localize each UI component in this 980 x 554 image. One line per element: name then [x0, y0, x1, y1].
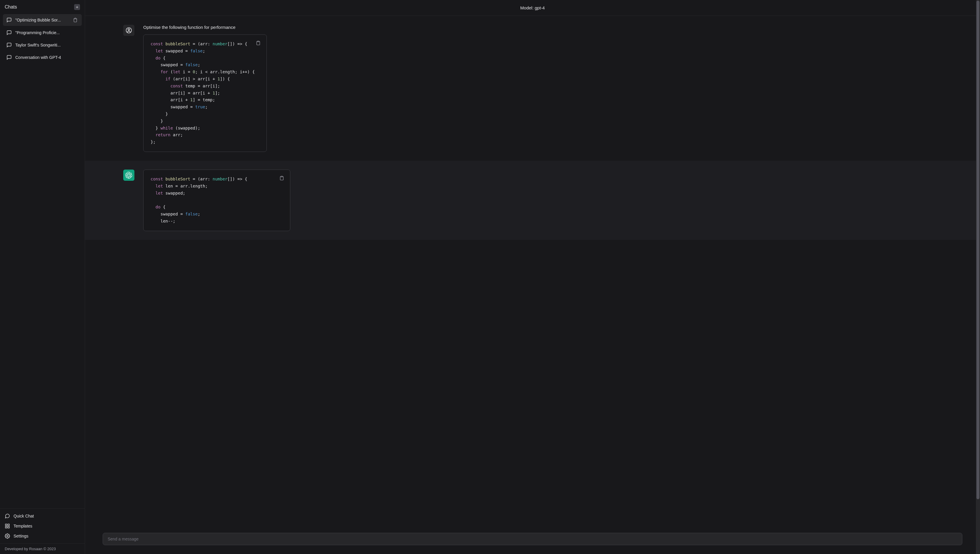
user-message-text: Optimise the following function for perf… [143, 25, 942, 30]
plus-icon: + [76, 5, 78, 10]
svg-point-6 [128, 29, 130, 30]
copy-code-button[interactable] [278, 174, 285, 182]
code-content: const bubbleSort = (arr: number[]) => { … [151, 176, 283, 225]
chat-list: "Optimizing Bubble Sor... "Programming P… [0, 14, 85, 508]
sidebar-header: Chats + [0, 0, 85, 14]
svg-rect-3 [8, 527, 10, 528]
user-message: Optimise the following function for perf… [85, 16, 980, 161]
main-area: Model: gpt-4 Optimise the following func… [85, 0, 980, 554]
delete-chat-button[interactable] [72, 17, 78, 23]
input-area [85, 527, 980, 554]
svg-rect-0 [5, 524, 7, 525]
chat-label: Conversation with GPT-4 [15, 55, 78, 60]
message-content: const bubbleSort = (arr: number[]) => { … [143, 169, 942, 231]
model-header: Model: gpt-4 [85, 0, 980, 16]
chat-item[interactable]: "Programming Proficie... [3, 27, 82, 38]
code-block-user: const bubbleSort = (arr: number[]) => { … [143, 34, 267, 152]
message-content: Optimise the following function for perf… [143, 25, 942, 152]
clipboard-icon [256, 41, 261, 45]
sidebar-title: Chats [5, 5, 17, 10]
dev-credit: Developed by Rosaan © 2023 [0, 543, 85, 554]
svg-rect-8 [281, 176, 282, 177]
svg-rect-1 [8, 524, 10, 525]
sidebar-footer: Quick Chat Templates Settings [0, 508, 85, 543]
quick-chat-button[interactable]: Quick Chat [0, 511, 85, 521]
svg-point-4 [7, 535, 8, 537]
openai-icon [125, 172, 132, 179]
chat-item[interactable]: Conversation with GPT-4 [3, 52, 82, 63]
footer-label: Quick Chat [14, 514, 34, 518]
gear-icon [5, 533, 10, 539]
footer-label: Templates [14, 524, 32, 528]
code-content: const bubbleSort = (arr: number[]) => { … [151, 41, 259, 146]
clipboard-icon [279, 176, 284, 180]
new-chat-button[interactable]: + [74, 4, 80, 10]
svg-rect-7 [257, 41, 259, 42]
user-avatar [123, 25, 134, 36]
chat-icon [5, 513, 10, 519]
chat-label: Taylor Swift's Songwriti... [15, 43, 78, 47]
footer-label: Settings [14, 534, 29, 538]
chat-label: "Optimizing Bubble Sor... [15, 18, 72, 22]
svg-rect-2 [5, 527, 7, 528]
trash-icon [73, 18, 78, 22]
chat-icon [6, 55, 12, 60]
template-icon [5, 524, 10, 529]
sidebar: Chats + "Optimizing Bubble Sor... "Progr… [0, 0, 85, 554]
assistant-message: const bubbleSort = (arr: number[]) => { … [85, 161, 980, 240]
scrollbar-thumb[interactable] [977, 1, 979, 499]
settings-button[interactable]: Settings [0, 531, 85, 541]
chat-item-active[interactable]: "Optimizing Bubble Sor... [3, 14, 82, 26]
chat-icon [6, 42, 12, 48]
scrollbar-track[interactable] [976, 0, 980, 554]
code-block-assistant: const bubbleSort = (arr: number[]) => { … [143, 169, 290, 231]
templates-button[interactable]: Templates [0, 521, 85, 531]
chat-item[interactable]: Taylor Swift's Songwriti... [3, 40, 82, 51]
user-icon [126, 27, 132, 34]
chat-icon [6, 18, 12, 23]
chat-icon [6, 30, 12, 35]
chat-label: "Programming Proficie... [15, 30, 78, 35]
message-input[interactable] [103, 533, 963, 545]
messages-container[interactable]: Optimise the following function for perf… [85, 16, 980, 527]
ai-avatar [123, 169, 134, 181]
copy-code-button[interactable] [255, 40, 262, 46]
